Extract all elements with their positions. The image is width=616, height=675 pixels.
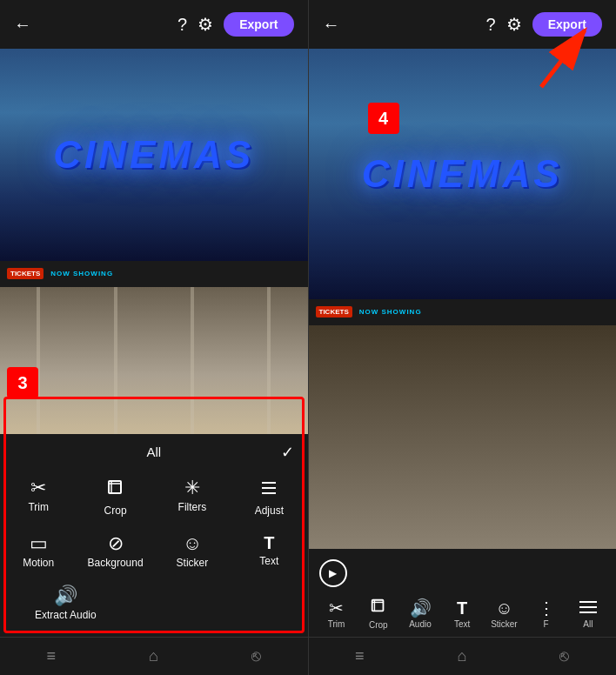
left-video-area: CINEMAS TICKETS NOW SHOWING [0,49,308,434]
toolbar-f[interactable]: ⋮ F [527,599,566,629]
right-video-area: 4 CINEMAS TICKETS NOW SHOWING [309,49,617,549]
menu-grid: ✂ Trim Crop ✳ Filters [0,466,308,633]
right-nav-back-icon[interactable]: ⎋ [559,647,569,665]
adjust-icon [259,478,278,501]
adjust-label: Adjust [255,505,284,517]
left-top-bar: ← ? ⚙ Export [0,0,308,49]
right-nav-home-icon[interactable]: ⌂ [458,647,467,665]
right-tickets-bar: TICKETS NOW SHOWING [309,299,617,325]
menu-item-motion[interactable]: ▭ Motion [0,525,77,578]
toolbar-all-icon [579,599,597,617]
left-nav-back-icon[interactable]: ⎋ [251,647,261,665]
left-bottom-menu: All ✓ ✂ Trim Crop ✳ Filters [0,434,308,637]
toolbar-text-icon: T [457,599,467,617]
column-1 [37,287,40,434]
play-row: ▶ [309,556,617,594]
toolbar-trim-icon: ✂ [329,599,344,617]
trim-label: Trim [28,501,49,513]
left-video-bg: CINEMAS TICKETS NOW SHOWING [0,49,308,434]
right-bottom-bar: ▶ ✂ Trim Crop 🔊 Audio [309,549,617,637]
now-showing-right: NOW SHOWING [359,308,422,316]
text-icon: T [264,534,274,551]
menu-item-text[interactable]: T Text [231,525,307,578]
motion-label: Motion [23,557,54,569]
toolbar-f-icon: ⋮ [538,599,555,617]
menu-item-extract-audio[interactable]: 🔊 Extract Audio [0,578,100,630]
svg-rect-0 [109,481,121,493]
trim-icon: ✂ [30,478,46,498]
toolbar-audio-label: Audio [409,619,432,629]
toolbar-trim-label: Trim [328,619,345,629]
help-icon-left[interactable]: ? [177,15,187,35]
settings-icon-right[interactable]: ⚙ [506,14,522,35]
motion-icon: ▭ [30,534,48,553]
menu-title: All [146,444,161,459]
right-top-right: ? ⚙ Export [486,12,602,37]
tickets-sign-left: TICKETS [7,268,44,279]
play-button[interactable]: ▶ [319,559,347,587]
left-nav-home-icon[interactable]: ⌂ [149,647,158,665]
toolbar-f-label: F [544,619,549,629]
toolbar-audio[interactable]: 🔊 Audio [401,599,439,629]
toolbar-row: ✂ Trim Crop 🔊 Audio T Text [309,594,617,633]
export-button-left[interactable]: Export [224,12,293,37]
toolbar-sticker[interactable]: ☺ Sticker [485,599,523,629]
menu-item-crop[interactable]: Crop [77,470,153,525]
right-phone-nav: ≡ ⌂ ⎋ [309,637,617,675]
left-mall-columns [0,287,308,434]
menu-item-background[interactable]: ⊘ Background [77,525,153,578]
left-mall-area: TICKETS NOW SHOWING [0,261,308,434]
crop-label: Crop [104,505,127,517]
menu-item-sticker[interactable]: ☺ Sticker [154,525,231,578]
export-button-right[interactable]: Export [532,12,602,37]
left-tickets-bar: TICKETS NOW SHOWING [0,261,308,287]
sticker-icon: ☺ [183,534,202,553]
filters-label: Filters [178,501,207,513]
svg-rect-8 [372,600,384,612]
right-mall-area: TICKETS NOW SHOWING [309,299,617,550]
settings-icon-left[interactable]: ⚙ [198,14,213,35]
back-button-right[interactable]: ← [323,15,340,35]
left-phone-nav: ≡ ⌂ ⎋ [0,637,308,675]
toolbar-text-label: Text [454,619,470,629]
background-label: Background [88,557,144,569]
left-nav-menu-icon[interactable]: ≡ [47,647,57,665]
toolbar-trim[interactable]: ✂ Trim [318,599,356,629]
extract-audio-label: Extract Audio [35,609,97,621]
left-panel: ← ? ⚙ Export CINEMAS TICKETS NOW SHOWING [0,0,308,675]
right-panel: ← ? ⚙ Export 4 CINEMAS TICKET [309,0,617,675]
toolbar-audio-icon: 🔊 [410,599,432,617]
column-3 [191,287,194,434]
cinemas-text-left: CINEMAS [53,133,254,177]
tickets-sign-right: TICKETS [316,306,352,317]
step3-badge: 3 [7,367,38,398]
right-top-bar: ← ? ⚙ Export [309,0,617,49]
toolbar-text[interactable]: T Text [443,599,481,629]
crop-icon [106,478,125,501]
column-2 [114,287,117,434]
right-nav-menu-icon[interactable]: ≡ [355,647,365,665]
menu-item-filters[interactable]: ✳ Filters [154,470,231,525]
play-icon: ▶ [329,567,337,579]
background-icon: ⊘ [108,534,124,553]
help-icon-right[interactable]: ? [486,15,496,35]
menu-item-adjust[interactable]: Adjust [231,470,307,525]
step4-badge: 4 [368,103,399,134]
menu-header: All ✓ [0,441,308,466]
filters-icon: ✳ [184,478,200,498]
right-video-bg: CINEMAS TICKETS NOW SHOWING [309,49,617,549]
back-button-left[interactable]: ← [14,15,31,35]
sticker-label: Sticker [177,557,209,569]
menu-item-trim[interactable]: ✂ Trim [0,470,77,525]
cinemas-text-right: CINEMAS [362,152,563,196]
text-label: Text [259,555,278,567]
extract-audio-icon: 🔊 [54,586,77,605]
toolbar-all[interactable]: All [569,599,607,629]
left-top-right: ? ⚙ Export [177,12,293,37]
now-showing-left: NOW SHOWING [50,270,113,277]
toolbar-sticker-icon: ☺ [495,599,512,617]
toolbar-crop[interactable]: Crop [359,598,398,630]
left-mall-interior [0,287,308,434]
menu-check[interactable]: ✓ [281,443,294,462]
left-mall-floor [0,287,308,434]
